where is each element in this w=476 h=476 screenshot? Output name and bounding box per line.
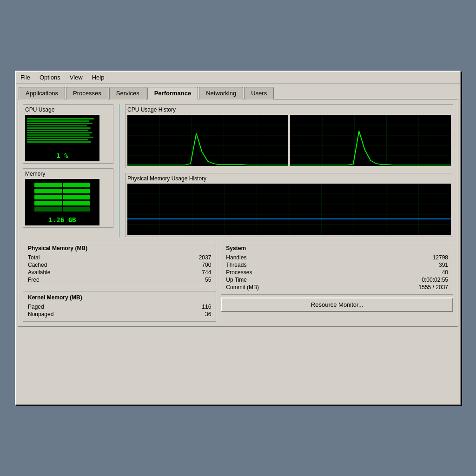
- kernel-nonpaged-value: 36: [183, 311, 211, 317]
- system-title: System: [226, 245, 448, 251]
- mem-history-label: Physical Memory Usage History: [127, 175, 451, 182]
- kernel-nonpaged-row: Nonpaged 36: [28, 311, 211, 317]
- phys-total-row: Total 2037: [28, 254, 211, 261]
- memory-gauge-box: Memory: [23, 168, 113, 228]
- phys-available-row: Available 744: [28, 269, 211, 276]
- kernel-paged-row: Paged 116: [28, 304, 211, 310]
- commit-label: Commit (MB): [226, 284, 259, 291]
- threads-row: Threads 391: [226, 262, 448, 268]
- kernel-nonpaged-label: Nonpaged: [28, 311, 53, 317]
- kernel-paged-value: 116: [183, 304, 211, 310]
- handles-value: 12798: [420, 254, 448, 261]
- phys-available-label: Available: [28, 269, 50, 276]
- resource-monitor-button[interactable]: Resource Monitor...: [221, 298, 453, 312]
- cpu-history-graphs: [127, 115, 451, 166]
- right-column: System Handles 12798 Threads 391 Process…: [221, 242, 453, 322]
- tab-performance[interactable]: Performance: [147, 87, 198, 99]
- tab-services[interactable]: Services: [109, 87, 146, 99]
- uptime-label: Up Time: [226, 277, 247, 283]
- uptime-row: Up Time 0:00:02:55: [226, 277, 448, 283]
- kernel-memory-box: Kernel Memory (MB) Paged 116 Nonpaged 36: [23, 291, 216, 322]
- cpu-usage-label: CPU Usage: [25, 106, 111, 113]
- phys-free-label: Free: [28, 277, 40, 283]
- kernel-paged-label: Paged: [28, 304, 44, 310]
- handles-label: Handles: [226, 254, 246, 261]
- processes-value: 40: [420, 269, 448, 276]
- phys-total-value: 2037: [183, 254, 211, 261]
- processes-row: Processes 40: [226, 269, 448, 276]
- vertical-separator: [119, 104, 119, 237]
- graphs-column: CPU Usage History: [125, 104, 453, 237]
- threads-label: Threads: [226, 262, 246, 268]
- phys-available-value: 744: [183, 269, 211, 276]
- tab-bar: Applications Processes Services Performa…: [16, 84, 460, 99]
- phys-free-value: 55: [183, 277, 211, 283]
- tab-processes[interactable]: Processes: [66, 87, 108, 99]
- gauges-column: CPU Usage: [23, 104, 113, 237]
- handles-row: Handles 12798: [226, 254, 448, 261]
- commit-row: Commit (MB) 1555 / 2037: [226, 284, 448, 291]
- top-section: CPU Usage: [23, 104, 453, 237]
- tab-applications[interactable]: Applications: [19, 87, 65, 99]
- bottom-stats: Physical Memory (MB) Total 2037 Cached 7…: [23, 242, 453, 322]
- cpu-history-label: CPU Usage History: [127, 106, 451, 113]
- memory-gauge-display: 1.26 GB: [25, 179, 99, 225]
- cpu-history-box: CPU Usage History: [125, 104, 453, 168]
- kernel-memory-title: Kernel Memory (MB): [28, 294, 211, 301]
- cpu-core1-graph: [127, 115, 288, 166]
- threads-value: 391: [420, 262, 448, 268]
- commit-value: 1555 / 2037: [419, 284, 448, 291]
- physical-memory-box: Physical Memory (MB) Total 2037 Cached 7…: [23, 242, 216, 287]
- phys-total-label: Total: [28, 254, 40, 261]
- memory-gauge-label: Memory: [25, 171, 111, 177]
- phys-cached-value: 700: [183, 262, 211, 268]
- menu-help[interactable]: Help: [90, 73, 106, 82]
- cpu-usage-value: 1 %: [25, 152, 99, 159]
- mem-history-graph: [127, 184, 451, 235]
- menu-options[interactable]: Options: [38, 73, 62, 82]
- physical-memory-title: Physical Memory (MB): [28, 245, 211, 251]
- system-box: System Handles 12798 Threads 391 Process…: [221, 242, 453, 295]
- menu-view[interactable]: View: [68, 73, 85, 82]
- cpu-usage-box: CPU Usage: [23, 104, 113, 164]
- task-manager-window: File Options View Help Applications Proc…: [15, 71, 461, 405]
- uptime-value: 0:00:02:55: [420, 277, 448, 283]
- processes-label: Processes: [226, 269, 252, 276]
- menu-file[interactable]: File: [19, 73, 32, 82]
- performance-content: CPU Usage: [18, 99, 458, 327]
- cpu-core2-graph: [290, 115, 451, 166]
- memory-gauge-value: 1.26 GB: [25, 216, 99, 224]
- phys-cached-label: Cached: [28, 262, 47, 268]
- phys-cached-row: Cached 700: [28, 262, 211, 268]
- tab-users[interactable]: Users: [244, 87, 274, 99]
- menubar: File Options View Help: [16, 72, 460, 84]
- cpu-gauge-display: 1 %: [25, 115, 99, 161]
- tab-networking[interactable]: Networking: [199, 87, 243, 99]
- phys-free-row: Free 55: [28, 277, 211, 283]
- mem-history-box: Physical Memory Usage History: [125, 173, 453, 237]
